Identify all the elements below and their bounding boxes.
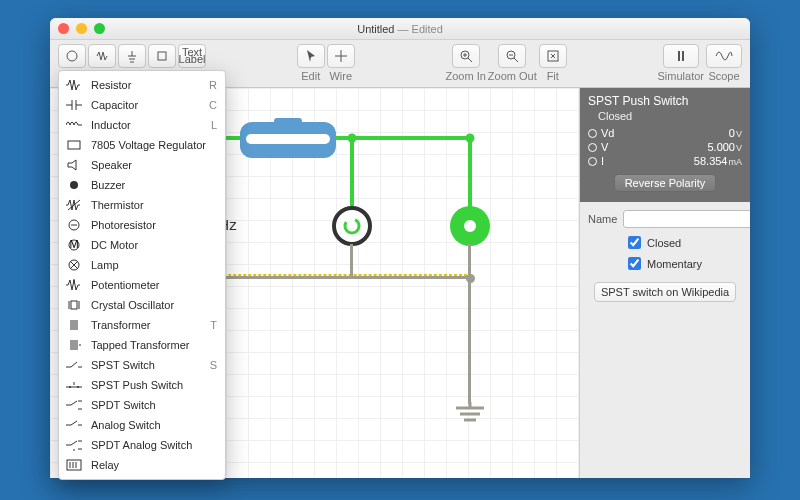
zoom-in-tool: Zoom In: [446, 44, 486, 82]
menu-item-pushspst[interactable]: SPST Push Switch: [59, 375, 225, 395]
inspector-state: Closed: [598, 110, 742, 122]
radio-icon[interactable]: [588, 143, 597, 152]
menu-item-inductor[interactable]: InductorL: [59, 115, 225, 135]
menu-item-pot[interactable]: Potentiometer: [59, 275, 225, 295]
motor-icon: M: [65, 238, 83, 252]
menu-item-label: Photoresistor: [91, 219, 156, 231]
menu-item-label: DC Motor: [91, 239, 138, 251]
closed-checkbox-label: Closed: [647, 237, 681, 249]
menu-item-relay[interactable]: Relay: [59, 455, 225, 475]
menu-item-motor[interactable]: MDC Motor: [59, 235, 225, 255]
tappedtransformer-icon: [65, 338, 83, 352]
reading-v: V 5.000V: [588, 140, 742, 154]
momentary-checkbox-label: Momentary: [647, 258, 702, 270]
menu-item-regulator[interactable]: 7805 Voltage Regulator: [59, 135, 225, 155]
sources-resistor-button[interactable]: [88, 44, 116, 68]
menu-item-crystal[interactable]: Crystal Oscillator: [59, 295, 225, 315]
fit-button[interactable]: [539, 44, 567, 68]
menu-item-label: Buzzer: [91, 179, 125, 191]
menu-item-buzzer[interactable]: Buzzer: [59, 175, 225, 195]
menu-item-spst[interactable]: SPST SwitchS: [59, 355, 225, 375]
menu-item-label: Capacitor: [91, 99, 138, 111]
menu-item-shortcut: C: [209, 99, 217, 111]
menu-item-label: SPST Push Switch: [91, 379, 183, 391]
svg-point-0: [67, 51, 77, 61]
sources-ic-button[interactable]: [148, 44, 176, 68]
speaker-icon: [65, 158, 83, 172]
zoom-out-button[interactable]: [498, 44, 526, 68]
menu-item-transformer[interactable]: TransformerT: [59, 315, 225, 335]
svg-rect-19: [67, 460, 81, 470]
fit-tool: Fit: [539, 44, 567, 82]
menu-item-label: Inductor: [91, 119, 131, 131]
wire-button[interactable]: [327, 44, 355, 68]
close-window-button[interactable]: [58, 23, 69, 34]
edit-button[interactable]: [297, 44, 325, 68]
pushspst-icon: [65, 378, 83, 392]
menu-item-thermistor[interactable]: Thermistor: [59, 195, 225, 215]
menu-item-label: SPDT Switch: [91, 399, 156, 411]
svg-rect-10: [68, 141, 80, 149]
svg-rect-16: [71, 301, 77, 309]
menu-item-label: Potentiometer: [91, 279, 159, 291]
menu-item-spdtanalog[interactable]: SPDT Analog Switch: [59, 435, 225, 455]
zoom-out-tool: Zoom Out: [488, 44, 537, 82]
meter-component[interactable]: [332, 206, 372, 246]
photoresistor-icon: [65, 218, 83, 232]
svg-point-5: [345, 219, 359, 233]
regulator-icon: [65, 138, 83, 152]
spdt-icon: [65, 398, 83, 412]
radio-icon[interactable]: [588, 157, 597, 166]
menu-item-lamp[interactable]: Lamp: [59, 255, 225, 275]
crystal-icon: [65, 298, 83, 312]
svg-text:M: M: [69, 239, 78, 250]
capacitor-icon: [65, 98, 83, 112]
spdtanalog-icon: [65, 438, 83, 452]
simulator-button[interactable]: [663, 44, 699, 68]
sources-text-button[interactable]: TextLabel: [178, 44, 206, 68]
components-dropdown[interactable]: ResistorRCapacitorCInductorL7805 Voltage…: [58, 70, 226, 480]
relay-icon: [65, 458, 83, 472]
menu-item-tappedtransformer[interactable]: Tapped Transformer: [59, 335, 225, 355]
buzzer-icon: [65, 178, 83, 192]
menu-item-capacitor[interactable]: CapacitorC: [59, 95, 225, 115]
analogsw-icon: [65, 418, 83, 432]
window-controls: [58, 23, 105, 34]
sources-ground-button[interactable]: [118, 44, 146, 68]
thermistor-icon: [65, 198, 83, 212]
menu-item-label: Thermistor: [91, 199, 144, 211]
menu-item-label: Relay: [91, 459, 119, 471]
wikipedia-link-button[interactable]: SPST switch on Wikipedia: [594, 282, 736, 302]
simulator-tool: Simulator: [658, 44, 704, 82]
name-input[interactable]: [623, 210, 750, 228]
radio-icon[interactable]: [588, 129, 597, 138]
reading-i: I 58.354mA: [588, 154, 742, 168]
inductor-icon: [65, 118, 83, 132]
minimize-window-button[interactable]: [76, 23, 87, 34]
menu-item-shortcut: S: [210, 359, 217, 371]
resistor-icon: [65, 78, 83, 92]
zoom-in-button[interactable]: [452, 44, 480, 68]
ground-symbol: [452, 402, 488, 424]
svg-point-17: [69, 386, 71, 388]
momentary-checkbox[interactable]: [628, 257, 641, 270]
inspector-title: SPST Push Switch: [588, 94, 742, 108]
menu-item-photoresistor[interactable]: Photoresistor: [59, 215, 225, 235]
menu-item-resistor[interactable]: ResistorR: [59, 75, 225, 95]
inspector-header: SPST Push Switch Closed Vd 0V V 5.000V I…: [580, 88, 750, 202]
menu-item-speaker[interactable]: Speaker: [59, 155, 225, 175]
wire-tool: Wire: [327, 44, 355, 82]
document-name: Untitled: [357, 23, 394, 35]
menu-item-label: Analog Switch: [91, 419, 161, 431]
closed-checkbox[interactable]: [628, 236, 641, 249]
menu-item-analogsw[interactable]: Analog Switch: [59, 415, 225, 435]
menu-item-label: Speaker: [91, 159, 132, 171]
menu-item-shortcut: L: [211, 119, 217, 131]
scope-button[interactable]: [706, 44, 742, 68]
zoom-window-button[interactable]: [94, 23, 105, 34]
menu-item-spdt[interactable]: SPDT Switch: [59, 395, 225, 415]
sources-ac-button[interactable]: [58, 44, 86, 68]
menu-item-shortcut: T: [210, 319, 217, 331]
reverse-polarity-button[interactable]: Reverse Polarity: [614, 174, 717, 192]
menu-item-label: Transformer: [91, 319, 151, 331]
